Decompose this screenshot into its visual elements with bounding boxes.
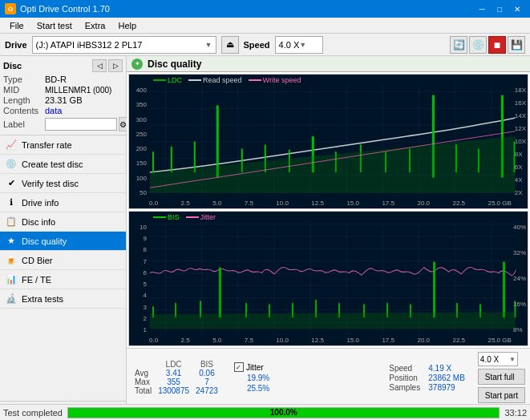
start-full-button[interactable]: Start full (478, 369, 525, 385)
drive-bar: Drive (J:) ATAPI iHBS312 2 PL17 ▼ ⏏ Spee… (0, 34, 530, 56)
menu-extra[interactable]: Extra (79, 19, 112, 32)
disc-icon-2[interactable]: ▷ (108, 59, 123, 72)
speed-label: Speed (244, 40, 270, 50)
speed-position-section: Speed 4.19 X Position 23862 MB Samples 3… (389, 364, 465, 392)
jitter-header: ✓ Jitter (234, 362, 269, 372)
speed-selector[interactable]: 4.0 X ▼ (275, 36, 323, 54)
sidebar-item-label: CD Bier (22, 256, 53, 265)
disc-icons: ◁ ▷ (92, 59, 123, 72)
svg-rect-3 (171, 147, 172, 172)
sidebar-item-drive-info[interactable]: ℹ Drive info (0, 193, 126, 212)
total-label: Total (131, 386, 155, 395)
ldc-color (153, 79, 166, 81)
progress-bar: 100.0% (67, 407, 500, 418)
sidebar-item-cd-bier[interactable]: 🍺 CD Bier (0, 251, 126, 270)
jitter-max: 25.5% (234, 384, 269, 393)
verify-icon: ✔ (5, 177, 18, 190)
position-field-value: 23862 MB (428, 374, 465, 382)
ldc-legend-label: LDC (168, 76, 182, 84)
jitter-legend-label: Jitter (200, 213, 216, 221)
disc-icon-1[interactable]: ◁ (92, 59, 107, 72)
avg-bis: 0.06 (192, 369, 221, 378)
speed-dropdown-arrow: ▼ (299, 41, 306, 49)
svg-rect-24 (219, 268, 221, 318)
speed-dropdown-arrow: ▼ (509, 356, 516, 363)
chart1-legend: LDC Read speed Write speed (153, 76, 301, 84)
chart1-y-axis-left: 40035030025020015010050 (131, 87, 147, 196)
read-speed-color (188, 79, 201, 81)
ldc-chart: LDC Read speed Write speed 4003503002502… (128, 74, 528, 209)
menu-file[interactable]: File (3, 19, 30, 32)
close-button[interactable]: ✕ (509, 2, 525, 16)
speed-field-value: 4.19 X (428, 364, 451, 373)
speed-field-label: Speed (389, 364, 425, 373)
svg-rect-2 (152, 151, 154, 172)
color-icon[interactable]: ■ (488, 36, 506, 54)
sidebar-item-transfer-rate[interactable]: 📈 Transfer rate (0, 135, 126, 155)
title-bar: O Opti Drive Control 1.70 ─ □ ✕ (0, 0, 530, 18)
menu-start-test[interactable]: Start test (30, 19, 79, 32)
label-input[interactable] (45, 118, 117, 131)
speed-row: Speed 4.19 X (389, 364, 465, 373)
svg-rect-36 (503, 262, 505, 318)
length-field-label: Length (3, 95, 45, 105)
sidebar-item-fe-te[interactable]: 📊 FE / TE (0, 270, 126, 289)
main-layout: Disc ◁ ▷ Type BD-R MID MILLENMR1 (000) L… (0, 56, 530, 420)
sidebar-item-label: FE / TE (22, 275, 51, 285)
sidebar-item-label: Drive info (22, 198, 59, 208)
disc-quality-header: ✦ Disc quality (127, 56, 530, 72)
jitter-avg: 19.9% (234, 374, 269, 382)
disc-type-row: Type BD-R (3, 75, 123, 84)
sidebar: Disc ◁ ▷ Type BD-R MID MILLENMR1 (000) L… (0, 56, 127, 420)
jitter-checkbox[interactable]: ✓ (234, 362, 244, 372)
menu-help[interactable]: Help (111, 19, 143, 32)
contents-field-label: Contents (3, 106, 45, 115)
sidebar-item-label: Verify test disc (22, 179, 79, 188)
menu-bar: File Start test Extra Help (0, 18, 530, 34)
ldc-col-header: LDC (155, 360, 192, 369)
refresh-icon[interactable]: 🔄 (450, 36, 467, 54)
jitter-color-legend (186, 216, 199, 218)
disc-length-row: Length 23.31 GB (3, 95, 123, 105)
chart2-y-axis-right: 40%32%24%16%8% (513, 224, 526, 333)
minimize-button[interactable]: ─ (474, 2, 490, 16)
sidebar-item-extra-tests[interactable]: 🔬 Extra tests (0, 289, 126, 309)
maximize-button[interactable]: □ (492, 2, 508, 16)
sidebar-item-disc-info[interactable]: 📋 Disc info (0, 212, 126, 232)
position-field-label: Position (389, 374, 425, 382)
speed-value: 4.0 X (279, 40, 300, 50)
jitter-legend: Jitter (186, 213, 216, 221)
write-speed-legend-label: Write speed (263, 76, 301, 84)
sidebar-item-disc-quality[interactable]: ★ Disc quality (0, 232, 126, 251)
create-disc-icon: 💿 (5, 158, 18, 171)
max-label: Max (131, 378, 155, 386)
drive-selector[interactable]: (J:) ATAPI iHBS312 2 PL17 ▼ (32, 36, 216, 54)
fe-te-icon: 📊 (5, 273, 18, 286)
window-controls: ─ □ ✕ (474, 2, 525, 16)
disc-section-label: Disc (3, 61, 22, 71)
progress-section: Test completed 100.0% 33:12 (0, 404, 530, 420)
chart1-x-axis: 0.02.55.07.510.012.515.017.520.022.525.0… (149, 200, 512, 207)
disc-info-icon: 📋 (5, 216, 18, 228)
chart1-y-axis-right: 18X16X14X12X10X8X6X4X2X (515, 87, 526, 196)
disc-info-section: Disc ◁ ▷ Type BD-R MID MILLENMR1 (000) L… (0, 56, 126, 135)
disc-icon[interactable]: 💿 (469, 36, 487, 54)
type-value: BD-R (45, 75, 67, 84)
sidebar-item-create-test-disc[interactable]: 💿 Create test disc (0, 155, 126, 174)
status-text: Test completed (3, 408, 63, 418)
samples-field-label: Samples (389, 383, 425, 392)
avg-ldc: 3.41 (155, 369, 192, 378)
save-icon[interactable]: 💾 (508, 36, 525, 54)
sidebar-item-label: Disc quality (22, 236, 67, 246)
mid-value: MILLENMR1 (000) (45, 86, 111, 95)
eject-button[interactable]: ⏏ (221, 36, 239, 54)
sidebar-item-verify-test-disc[interactable]: ✔ Verify test disc (0, 174, 126, 193)
app-icon: O (5, 3, 16, 14)
disc-quality-title: Disc quality (148, 59, 201, 70)
start-part-button[interactable]: Start part (478, 387, 525, 403)
drive-dropdown-arrow: ▼ (205, 41, 212, 49)
elapsed-time: 33:12 (504, 408, 527, 418)
sidebar-item-label: Disc info (22, 217, 55, 227)
chart2-x-axis: 0.02.55.07.510.012.515.017.520.022.525.0… (149, 337, 512, 344)
speed-dropdown[interactable]: 4.0 X ▼ (478, 352, 518, 366)
